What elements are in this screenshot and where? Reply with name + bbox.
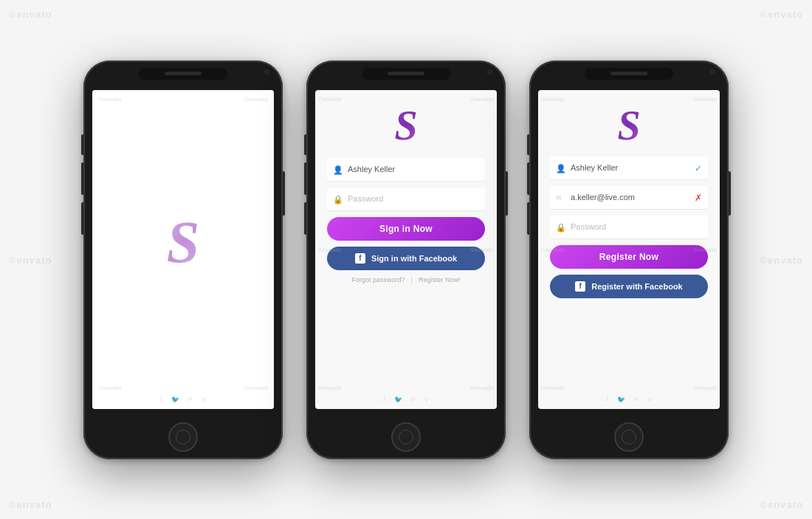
login-social-icons: f 🐦 P V	[315, 396, 497, 403]
phone-3-home-button[interactable]	[614, 422, 644, 452]
register-username-input[interactable]	[550, 157, 708, 180]
phone-2-screen: ©envato ©envato ©envato ©envato ©envato …	[315, 90, 497, 409]
username-valid-icon: ✓	[695, 163, 702, 173]
signin-facebook-label: Sign in with Facebook	[371, 254, 457, 263]
register-email-input[interactable]	[550, 186, 708, 210]
register-username-wrap: 👤 ✓	[550, 157, 708, 180]
phone2-side-btn-power	[506, 171, 508, 216]
register-email-wrap: ✉ ✗	[550, 186, 708, 210]
register-screen: ©envato ©envato ©envato ©envato ©envato …	[538, 90, 720, 409]
login-username-input[interactable]	[327, 158, 485, 182]
facebook-icon: f	[355, 253, 365, 264]
register-link[interactable]: Register Now!	[419, 276, 461, 283]
login-logo: S	[394, 103, 417, 148]
facebook-social-icon: f	[160, 396, 162, 403]
phone-3-screen: ©envato ©envato ©envato ©envato ©envato …	[538, 90, 720, 409]
watermark-tl: ©envato	[9, 9, 52, 20]
reg-lock-icon: 🔒	[556, 222, 566, 232]
register-logo-wrap: S	[617, 105, 640, 146]
side-btn-vol-down	[81, 202, 83, 235]
reg-vi-icon: V	[647, 396, 652, 403]
register-facebook-icon: f	[575, 281, 585, 292]
phone3-camera	[710, 69, 715, 75]
vine-social-icon: V	[202, 396, 206, 403]
login-pi-icon: P	[411, 396, 416, 403]
footer-links: Forgot password? | Register Now!	[352, 276, 461, 283]
register-social-icons: f 🐦 P V	[538, 396, 720, 403]
reg-email-icon: ✉	[556, 194, 562, 202]
social-icons-bar: f 🐦 P V	[92, 396, 274, 403]
footer-divider: |	[411, 276, 413, 283]
phone2-speaker	[388, 72, 424, 75]
reg-tw-icon: 🐦	[617, 396, 625, 403]
reg-wm-tr: ©envato	[693, 96, 717, 103]
phone3-side-btn-power	[729, 171, 731, 216]
side-btn-mute	[81, 134, 83, 155]
user-icon: 👤	[333, 165, 343, 174]
register-logo: S	[617, 103, 640, 148]
screen-wm-br: ©envato	[244, 385, 268, 391]
reg-wm-bl: ©envato	[541, 385, 565, 391]
phone-1-screen: ©envato ©envato ©envato ©envato S f 🐦 P …	[92, 90, 274, 409]
watermark-cr: ©envato	[760, 254, 803, 265]
watermark-cl: ©envato	[9, 254, 52, 265]
reg-wm-tl: ©envato	[541, 96, 565, 103]
phone3-side-btn-vol-down	[527, 202, 529, 235]
phone-speaker	[165, 72, 202, 75]
login-wm-br: ©envato	[470, 385, 494, 391]
phone3-speaker	[610, 72, 647, 75]
login-wm-tl: ©envato	[318, 96, 342, 103]
register-password-input[interactable]	[550, 216, 708, 239]
splash-logo: S	[167, 210, 200, 275]
login-vi-icon: V	[424, 396, 429, 403]
register-password-wrap: 🔒	[550, 216, 708, 239]
pinterest-social-icon: P	[188, 396, 193, 403]
phone-1: ©envato ©envato ©envato ©envato S f 🐦 P …	[83, 61, 283, 459]
twitter-social-icon: 🐦	[171, 396, 179, 403]
lock-icon: 🔒	[333, 194, 343, 204]
side-btn-power	[283, 171, 285, 216]
signin-facebook-button[interactable]: f Sign in with Facebook	[327, 247, 485, 270]
phone-top-bar	[139, 68, 227, 80]
watermark-bl: ©envato	[9, 499, 52, 510]
reg-fb-icon: f	[606, 396, 608, 403]
phone3-top-bar	[585, 68, 673, 80]
side-btn-vol-up	[81, 162, 83, 195]
email-invalid-icon: ✗	[695, 193, 702, 203]
screen-wm-tr: ©envato	[244, 96, 268, 103]
login-screen: ©envato ©envato ©envato ©envato ©envato …	[315, 90, 497, 409]
phone-camera	[264, 69, 269, 75]
login-username-wrap: 👤	[327, 158, 485, 182]
watermark-tr: ©envato	[760, 9, 803, 20]
login-wm-tr: ©envato	[470, 96, 494, 103]
main-scene: ©envato ©envato ©envato ©envato ©envato …	[0, 0, 812, 519]
screen-wm-tl: ©envato	[98, 96, 122, 103]
splash-logo-wrap: S	[167, 213, 200, 272]
signin-button[interactable]: Sign in Now	[327, 217, 485, 241]
register-button[interactable]: Register Now	[550, 245, 708, 269]
phone-1-home-button[interactable]	[168, 422, 198, 452]
phone-2: ©envato ©envato ©envato ©envato ©envato …	[306, 61, 506, 459]
login-logo-wrap: S	[394, 105, 417, 146]
phone3-side-btn-mute	[527, 134, 529, 155]
watermark-br: ©envato	[760, 499, 803, 510]
register-facebook-button[interactable]: f Register with Facebook	[550, 275, 708, 298]
screen-wm-bl: ©envato	[98, 385, 122, 391]
login-tw-icon: 🐦	[394, 396, 402, 403]
phone3-side-btn-vol-up	[527, 162, 529, 195]
phone2-side-btn-vol-up	[304, 162, 306, 195]
reg-user-icon: 👤	[556, 163, 566, 173]
reg-wm-br: ©envato	[693, 385, 717, 391]
login-password-input[interactable]	[327, 188, 485, 211]
phone-3: ©envato ©envato ©envato ©envato ©envato …	[529, 61, 729, 459]
phone2-top-bar	[362, 68, 450, 80]
login-password-wrap: 🔒	[327, 188, 485, 211]
forgot-password-link[interactable]: Forgot password?	[352, 276, 405, 283]
reg-pi-icon: P	[634, 396, 639, 403]
login-wm-bl: ©envato	[318, 385, 342, 391]
phone2-side-btn-vol-down	[304, 202, 306, 235]
register-facebook-label: Register with Facebook	[591, 282, 682, 291]
splash-screen: ©envato ©envato ©envato ©envato S f 🐦 P …	[92, 90, 274, 409]
login-fb-icon: f	[383, 396, 385, 403]
phone-2-home-button[interactable]	[391, 422, 421, 452]
